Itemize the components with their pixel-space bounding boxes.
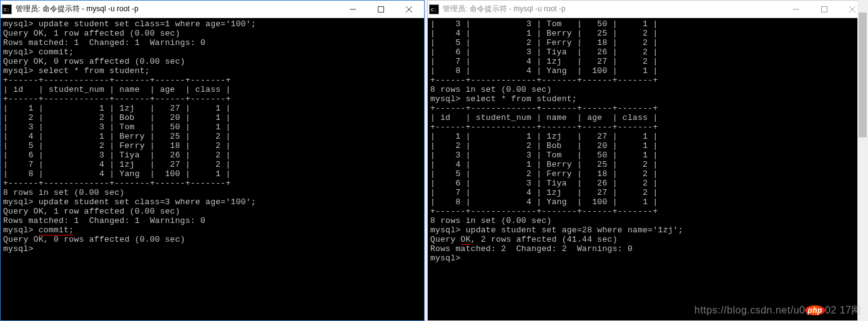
titlebar[interactable]: C:\ 管理员: 命令提示符 - mysql -u root -p	[428, 1, 867, 18]
scrollbar-thumb[interactable]	[859, 12, 867, 137]
page-scrollbar[interactable]	[857, 0, 868, 321]
maximize-button[interactable]	[810, 1, 838, 18]
cmd-icon: C:\	[2, 4, 12, 14]
svg-text:C:\: C:\	[4, 7, 10, 12]
svg-rect-2	[378, 6, 383, 12]
terminal-output[interactable]: mysql> update student set class=1 where …	[1, 18, 424, 320]
maximize-button[interactable]	[367, 1, 395, 18]
titlebar[interactable]: C:\ 管理员: 命令提示符 - mysql -u root -p	[1, 1, 424, 18]
window-title: 管理员: 命令提示符 - mysql -u root -p	[16, 4, 139, 14]
svg-text:C:\: C:\	[431, 7, 437, 12]
terminal-output[interactable]: | 3 | 3 | Tom | 50 | 1 || 4 | 1 | Berry …	[428, 18, 867, 320]
terminal-window-left: C:\ 管理员: 命令提示符 - mysql -u root -p mysql>…	[0, 0, 425, 321]
cmd-icon: C:\	[429, 4, 439, 14]
minimize-button[interactable]	[782, 1, 810, 18]
window-title: 管理员: 命令提示符 - mysql -u root -p	[443, 4, 566, 14]
minimize-button[interactable]	[338, 1, 367, 18]
svg-rect-7	[821, 6, 827, 12]
close-button[interactable]	[395, 1, 423, 18]
terminal-window-right: C:\ 管理员: 命令提示符 - mysql -u root -p | 3 | …	[427, 0, 868, 321]
